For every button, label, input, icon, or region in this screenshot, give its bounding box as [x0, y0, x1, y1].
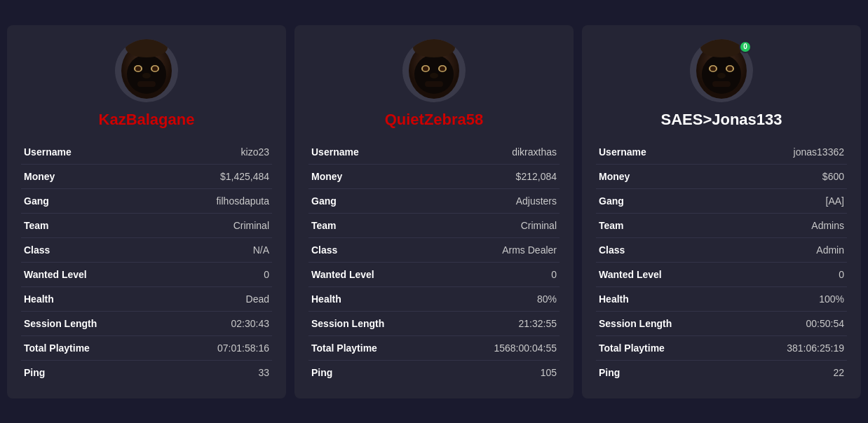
stat-value-username: jonas13362: [709, 140, 847, 165]
svg-rect-16: [425, 81, 443, 87]
player-card-player2: QuietZebra58UsernamedikraxthasMoney$212,…: [294, 25, 574, 398]
stat-label-class: Class: [308, 237, 421, 262]
stat-label-gang: Gang: [21, 188, 134, 213]
stat-row-health: Health80%: [308, 286, 560, 311]
avatar-container: [402, 39, 466, 102]
avatar-container: [115, 39, 178, 102]
stat-value-gang: [AA]: [709, 188, 847, 213]
stat-label-money: Money: [21, 164, 134, 188]
stat-value-money: $212,084: [421, 164, 560, 188]
stat-value-money: $600: [709, 164, 847, 188]
stat-label-totalPlaytime: Total Playtime: [21, 335, 134, 360]
player-card-player1: KazBalaganeUsernamekizo23Money$1,425,484…: [7, 25, 286, 398]
stat-label-health: Health: [308, 286, 421, 311]
stat-row-wantedLevel: Wanted Level0: [308, 262, 560, 286]
svg-rect-25: [712, 81, 731, 87]
stat-value-totalPlaytime: 381:06:25:19: [709, 335, 847, 360]
stat-value-class: Admin: [709, 237, 847, 262]
stat-label-sessionLength: Session Length: [596, 311, 709, 335]
stat-row-sessionLength: Session Length00:50:54: [596, 311, 847, 335]
svg-rect-7: [137, 81, 156, 87]
stat-value-gang: Adjusters: [421, 188, 560, 213]
stat-value-wantedLevel: 0: [134, 262, 272, 286]
stat-row-totalPlaytime: Total Playtime07:01:58:16: [21, 335, 272, 360]
player-card-player3: 0SAES>Jonas133Usernamejonas13362Money$60…: [582, 25, 861, 398]
stat-value-wantedLevel: 0: [421, 262, 560, 286]
stat-row-wantedLevel: Wanted Level0: [596, 262, 847, 286]
stat-value-ping: 22: [709, 360, 847, 384]
stat-row-totalPlaytime: Total Playtime381:06:25:19: [596, 335, 847, 360]
stat-row-gang: GangAdjusters: [308, 188, 560, 213]
cards-container: KazBalaganeUsernamekizo23Money$1,425,484…: [7, 25, 861, 398]
stat-value-health: 80%: [421, 286, 560, 311]
stat-value-sessionLength: 02:30:43: [134, 311, 272, 335]
stat-value-ping: 105: [421, 360, 560, 384]
stat-label-sessionLength: Session Length: [308, 311, 421, 335]
stats-table: Usernamekizo23Money$1,425,484Gangfilhosd…: [21, 140, 272, 384]
stat-label-class: Class: [21, 237, 134, 262]
stat-label-health: Health: [596, 286, 709, 311]
stat-label-totalPlaytime: Total Playtime: [596, 335, 709, 360]
stat-value-username: dikraxthas: [421, 140, 560, 165]
stat-row-ping: Ping33: [21, 360, 272, 384]
stat-value-ping: 33: [134, 360, 272, 384]
stat-value-username: kizo23: [134, 140, 272, 165]
player-name: KazBalagane: [99, 111, 195, 129]
stat-value-team: Criminal: [134, 213, 272, 237]
svg-point-20: [717, 73, 726, 78]
stat-row-gang: Gangfilhosdaputa: [21, 188, 272, 213]
stat-value-money: $1,425,484: [134, 164, 272, 188]
player-name: QuietZebra58: [385, 111, 484, 129]
stat-row-team: TeamAdmins: [596, 213, 847, 237]
stat-label-ping: Ping: [596, 360, 709, 384]
stat-row-ping: Ping22: [596, 360, 847, 384]
stat-row-gang: Gang[AA]: [596, 188, 847, 213]
stat-label-totalPlaytime: Total Playtime: [308, 335, 421, 360]
stat-row-money: Money$1,425,484: [21, 164, 272, 188]
stat-value-sessionLength: 21:32:55: [421, 311, 560, 335]
stat-label-team: Team: [308, 213, 421, 237]
stat-value-class: N/A: [134, 237, 272, 262]
stats-table: UsernamedikraxthasMoney$212,084GangAdjus…: [308, 140, 560, 384]
stat-row-totalPlaytime: Total Playtime1568:00:04:55: [308, 335, 560, 360]
svg-point-24: [727, 66, 733, 71]
stat-row-health: Health100%: [596, 286, 847, 311]
stat-label-sessionLength: Session Length: [21, 311, 134, 335]
stat-label-ping: Ping: [308, 360, 421, 384]
stat-label-ping: Ping: [21, 360, 134, 384]
stat-row-username: Usernamejonas13362: [596, 140, 847, 165]
stat-row-class: ClassN/A: [21, 237, 272, 262]
stat-value-team: Criminal: [421, 213, 560, 237]
stat-label-gang: Gang: [308, 188, 421, 213]
svg-point-15: [440, 66, 445, 71]
stat-label-wantedLevel: Wanted Level: [21, 262, 134, 286]
stat-row-sessionLength: Session Length02:30:43: [21, 311, 272, 335]
svg-point-6: [152, 66, 158, 71]
stat-row-class: ClassAdmin: [596, 237, 847, 262]
stat-label-money: Money: [308, 164, 421, 188]
avatar: [402, 39, 466, 102]
stat-row-username: Usernamekizo23: [21, 140, 272, 165]
stat-row-team: TeamCriminal: [308, 213, 560, 237]
player-name: SAES>Jonas133: [660, 111, 782, 129]
online-badge: 0: [739, 41, 752, 53]
stat-value-wantedLevel: 0: [709, 262, 847, 286]
svg-point-11: [430, 73, 438, 78]
stat-row-team: TeamCriminal: [21, 213, 272, 237]
stat-label-wantedLevel: Wanted Level: [308, 262, 421, 286]
stat-label-username: Username: [596, 140, 709, 165]
svg-point-23: [710, 66, 716, 71]
stat-value-class: Arms Dealer: [421, 237, 560, 262]
stat-value-totalPlaytime: 07:01:58:16: [134, 335, 272, 360]
stat-label-wantedLevel: Wanted Level: [596, 262, 709, 286]
stat-row-wantedLevel: Wanted Level0: [21, 262, 272, 286]
stat-row-money: Money$600: [596, 164, 847, 188]
svg-point-5: [135, 66, 141, 71]
avatar: [115, 39, 178, 102]
stat-value-team: Admins: [709, 213, 847, 237]
stat-row-health: HealthDead: [21, 286, 272, 311]
avatar-container: 0: [690, 39, 753, 102]
stats-table: Usernamejonas13362Money$600Gang[AA]TeamA…: [596, 140, 847, 384]
stat-row-username: Usernamedikraxthas: [308, 140, 560, 165]
stat-label-gang: Gang: [596, 188, 709, 213]
